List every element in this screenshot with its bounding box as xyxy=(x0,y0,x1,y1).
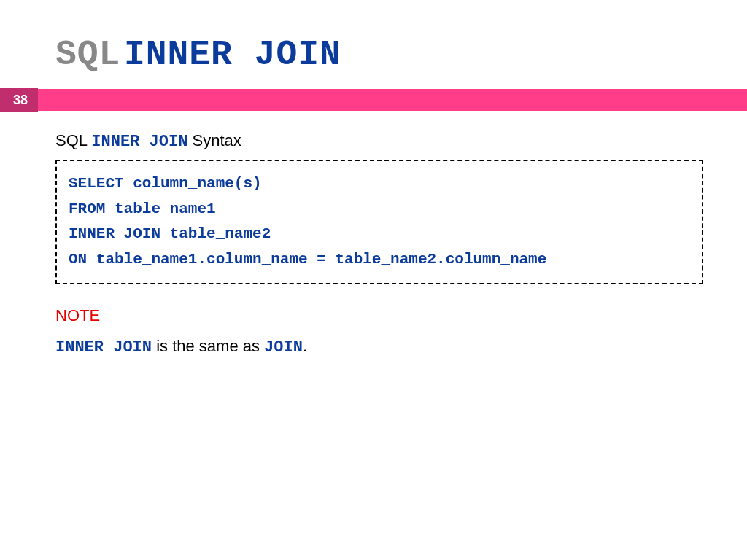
code-line-2: FROM table_name1 xyxy=(69,197,690,222)
note-body: INNER JOIN is the same as JOIN. xyxy=(55,337,703,357)
subtitle-prefix: SQL xyxy=(55,131,87,149)
note-end: . xyxy=(303,337,307,355)
slide-title: SQL INNER JOIN xyxy=(0,0,747,89)
page-number-badge: 38 xyxy=(0,88,38,112)
subtitle-suffix: Syntax xyxy=(193,131,241,149)
note-label: NOTE xyxy=(55,306,703,325)
code-line-4: ON table_name1.column_name = table_name2… xyxy=(69,247,690,273)
code-line-3: INNER JOIN table_name2 xyxy=(69,222,690,247)
note-keyword-1: INNER JOIN xyxy=(55,338,152,357)
code-line-1: SELECT column_name(s) xyxy=(69,171,690,197)
syntax-code-box: SELECT column_name(s) FROM table_name1 I… xyxy=(55,160,703,284)
note-keyword-2: JOIN xyxy=(264,338,303,357)
slide-content: SQL INNER JOIN Syntax SELECT column_name… xyxy=(0,111,747,357)
note-mid-text: is the same as xyxy=(152,337,264,355)
title-highlight-text: INNER JOIN xyxy=(124,35,341,74)
divider-bar: 38 xyxy=(0,89,747,111)
title-prefix: SQL xyxy=(55,35,120,74)
subtitle-highlight: INNER JOIN xyxy=(91,133,187,151)
syntax-subtitle: SQL INNER JOIN Syntax xyxy=(55,131,703,151)
